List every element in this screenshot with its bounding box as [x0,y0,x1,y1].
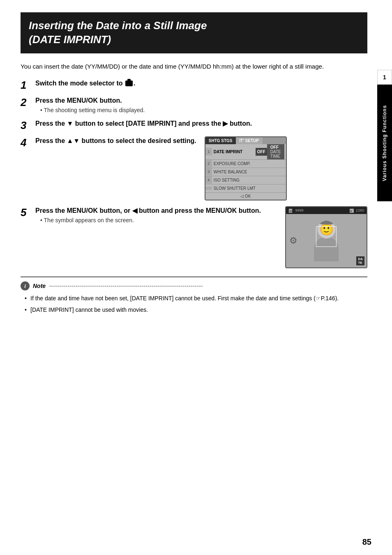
menu-row-1: 1 DATE IMPRINT OFF OFF DATE TIME [205,144,286,160]
step-2: 2 Press the MENU/OK button. The shooting… [21,96,367,113]
camera-mode-icon [125,81,133,86]
hat [317,220,336,225]
step-2-title: Press the MENU/OK button. [35,96,367,105]
menu-body: 1 DATE IMPRINT OFF OFF DATE TIME 2 EXPOS… [205,144,286,200]
step-4-container: 4 Press the ▲▼ buttons to select the des… [21,136,367,200]
svg-text:SD: SD [289,210,292,212]
intro-text: You can insert the date (YY/MM/DD) or th… [21,62,367,71]
menu-tab-shtg: SHTG STGS [205,137,236,144]
step-1: 1 Switch the mode selector to . [21,79,367,90]
menu-ok: ◁ OK [205,193,286,200]
step-5-title: Press the MENU/OK button, or ◀ button an… [35,206,277,215]
step-1-number: 1 [21,80,35,90]
date-badge: DATE [356,256,364,265]
viewfinder-body: ⚙ 🙂 DATE [286,214,367,267]
note-item-2: [DATE IMPRINT] cannot be used with movie… [25,305,367,314]
side-tab-number: 1 [377,70,392,85]
step-3-title: Press the ▼ button to select [DATE IMPRI… [35,119,367,128]
viewfinder-top: SD 9999 N 1260 [286,207,367,214]
note-title: Note [33,283,46,289]
step-5-subtitle: The symbol appears on the screen. [40,217,277,223]
focus-box [316,226,337,247]
note-items: If the date and time have not been set, … [25,294,367,315]
menu-screenshot: SHTG STGS IT' SETUP 1 DATE IMPRINT OFF O… [205,136,287,200]
viewfinder-n: N 1260 [350,208,364,213]
svg-text:i: i [24,283,26,289]
step-5-number: 5 [21,207,35,218]
step-4-title: Press the ▲▼ buttons to select the desir… [35,136,196,145]
step-5-container: 5 Press the MENU/OK button, or ◀ button … [21,206,367,268]
side-tab-wrapper: 1 Various Shooting Functions [377,70,392,201]
step-2-subtitle: The shooting setting menu is displayed. [40,107,367,113]
menu-row-2: 2 EXPOSURE COMP. [205,160,286,168]
step-3: 3 Press the ▼ button to select [DATE IMP… [21,119,367,131]
viewfinder-sd: SD 9999 [288,208,304,213]
step-3-content: Press the ▼ button to select [DATE IMPRI… [35,119,367,130]
svg-text:N: N [350,210,352,212]
side-tab-label: Various Shooting Functions [377,85,392,201]
note-header: i Note ---------------------------------… [21,281,367,290]
step-3-number: 3 [21,120,35,131]
step-5-text: Press the MENU/OK button, or ◀ button an… [35,206,277,223]
menu-row-5: SLOW SHUTTER LMT [205,184,286,193]
note-icon: i [21,281,30,290]
step-4-number: 4 [21,137,35,148]
menu-tabs: SHTG STGS IT' SETUP [205,137,286,144]
step-1-title: Switch the mode selector to . [35,79,367,88]
menu-row-3: 3 WHITE BALANCE [205,168,286,176]
camera-viewfinder: SD 9999 N 1260 ⚙ [285,206,367,268]
step-2-number: 2 [21,97,35,108]
note-item-1: If the date and time have not been set, … [25,294,367,303]
page-title: Inserting the Date into a Still Image (D… [29,19,359,47]
step-4-text: Press the ▲▼ buttons to select the desir… [35,136,196,147]
step-2-content: Press the MENU/OK button. The shooting s… [35,96,367,113]
menu-row-4: 4 ISO SETTING [205,176,286,184]
page-number: 85 [362,537,371,547]
left-wheel-icon: ⚙ [289,235,297,246]
title-block: Inserting the Date into a Still Image (D… [21,12,367,53]
main-content: Inserting the Date into a Still Image (D… [0,0,392,329]
page-container: 1 Various Shooting Functions Inserting t… [0,0,392,555]
note-section: i Note ---------------------------------… [21,276,367,315]
menu-tab-setup: IT' SETUP [236,137,263,144]
step-1-content: Switch the mode selector to . [35,79,367,90]
note-dashes: ----------------------------------------… [49,282,203,289]
